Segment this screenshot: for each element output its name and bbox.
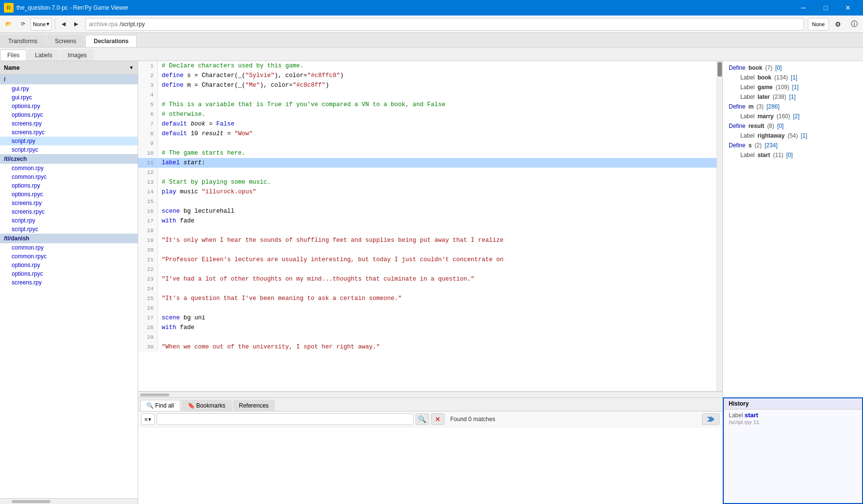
- sidebar-item-czech-common-rpyc[interactable]: common.rpyc: [0, 173, 138, 181]
- bookmark-icon: 🔖: [188, 402, 195, 409]
- history-item[interactable]: Label start /script.rpy 11: [729, 411, 857, 425]
- sidebar-item-czech-options-rpy[interactable]: options.rpy: [0, 181, 138, 190]
- sidebar-item-gui-rpyc[interactable]: gui.rpyc: [0, 93, 138, 102]
- line-number: 3: [138, 80, 158, 90]
- list-item[interactable]: Define result (8) [0]: [723, 121, 863, 131]
- search-clear-button[interactable]: ✕: [431, 413, 445, 425]
- sidebar-item-gui-rpy[interactable]: gui.rpy: [0, 84, 138, 93]
- search-next-button[interactable]: [702, 413, 719, 425]
- table-row: 22: [138, 265, 717, 274]
- sidebar-group-root[interactable]: /: [0, 75, 138, 84]
- sidebar-item-danish-common-rpy[interactable]: common.rpy: [0, 243, 138, 252]
- line-number: 1: [138, 61, 158, 71]
- line-number: 26: [138, 303, 158, 313]
- code-cell: # Declare characters used by this game.: [158, 61, 717, 71]
- sidebar-hscroll[interactable]: [0, 498, 138, 504]
- settings-button[interactable]: ⚙: [831, 18, 845, 31]
- decl-count: (7): [765, 64, 772, 71]
- nav-back-button[interactable]: ◀: [58, 18, 69, 31]
- sidebar-item-czech-options-rpyc[interactable]: options.rpyc: [0, 190, 138, 199]
- code-cell: scene bg uni: [158, 313, 717, 323]
- separator: [55, 19, 55, 30]
- window-title: the_question-7.0-pc - Ren'Py Game Viewer: [16, 4, 792, 11]
- clear-icon: ✕: [435, 415, 441, 423]
- list-item[interactable]: Define s (2) [234]: [723, 141, 863, 150]
- sidebar-group-czech[interactable]: /tl/czech: [0, 154, 138, 164]
- code-scroll[interactable]: 1 # Declare characters used by this game…: [138, 61, 717, 391]
- refresh-button[interactable]: ⟳: [17, 18, 29, 31]
- search-status: Found 0 matches: [447, 416, 700, 423]
- search-execute-button[interactable]: 🔍: [416, 413, 429, 425]
- decl-name: book: [749, 64, 763, 71]
- list-item[interactable]: Label book (134) [1]: [723, 73, 863, 82]
- sidebar-item-options-rpyc[interactable]: options.rpyc: [0, 110, 138, 119]
- tab-transforms[interactable]: Transforms: [0, 35, 46, 47]
- svg-marker-0: [707, 417, 715, 422]
- tab-declarations[interactable]: Declarations: [85, 35, 137, 47]
- code-cell: with fade: [158, 216, 717, 226]
- line-number: 19: [138, 236, 158, 245]
- sidebar-item-screens-rpyc[interactable]: screens.rpyc: [0, 128, 138, 137]
- tab-images[interactable]: Images: [61, 49, 94, 61]
- combo-selector[interactable]: None ▾: [31, 18, 52, 31]
- line-number: 11: [138, 158, 158, 168]
- table-row: 1 # Declare characters used by this game…: [138, 61, 717, 71]
- sidebar-item-danish-screens-rpy[interactable]: screens.rpy: [0, 278, 138, 287]
- open-button[interactable]: 📂: [2, 18, 16, 31]
- close-button[interactable]: ✕: [837, 0, 859, 16]
- sidebar-item-czech-script-rpy[interactable]: script.rpy: [0, 216, 138, 225]
- history-item-name: start: [745, 411, 758, 419]
- list-item[interactable]: Label later (238) [1]: [723, 92, 863, 102]
- search-tab-references[interactable]: References: [233, 400, 275, 411]
- list-item[interactable]: Label game (109) [1]: [723, 82, 863, 92]
- sidebar-group-danish[interactable]: /tl/danish: [0, 234, 138, 243]
- table-row: 11 label start:: [138, 158, 717, 168]
- sidebar-item-czech-common-rpy[interactable]: common.rpy: [0, 164, 138, 173]
- sidebar-item-czech-screens-rpy[interactable]: screens.rpy: [0, 199, 138, 207]
- path-archive: archive.rpa: [89, 21, 117, 28]
- decl-count: (8): [767, 123, 774, 129]
- bottom-panel: 🔍Find all 🔖Bookmarks References ≡ ▾ 🔍 ✕: [138, 397, 722, 504]
- line-number: 23: [138, 274, 158, 284]
- none-button[interactable]: None: [808, 18, 829, 31]
- maximize-button[interactable]: □: [815, 0, 837, 16]
- code-hscroll-thumb: [140, 394, 169, 396]
- code-hscroll[interactable]: [138, 392, 722, 397]
- sidebar-item-options-rpy[interactable]: options.rpy: [0, 102, 138, 110]
- line-number: 15: [138, 197, 158, 206]
- sidebar-item-screens-rpy[interactable]: screens.rpy: [0, 119, 138, 128]
- sidebar-item-danish-options-rpy[interactable]: options.rpy: [0, 261, 138, 269]
- search-options-button[interactable]: ≡ ▾: [141, 413, 155, 425]
- list-item[interactable]: Define m (3) [286]: [723, 102, 863, 111]
- tab-labels[interactable]: Labels: [28, 49, 59, 61]
- code-vscroll[interactable]: [717, 61, 722, 391]
- sidebar-item-script-rpyc[interactable]: script.rpyc: [0, 145, 138, 154]
- sidebar-collapse-icon[interactable]: ▼: [129, 65, 134, 70]
- sidebar-item-czech-script-rpyc[interactable]: script.rpyc: [0, 225, 138, 234]
- tab-screens[interactable]: Screens: [47, 35, 84, 47]
- tab-files[interactable]: Files: [0, 49, 27, 61]
- search-tab-findall[interactable]: 🔍Find all: [140, 400, 180, 411]
- table-row: 30 "When we come out of the university, …: [138, 342, 717, 352]
- list-item[interactable]: Label marry (160) [2]: [723, 111, 863, 121]
- list-item[interactable]: Define book (7) [0]: [723, 63, 863, 73]
- table-row: 6 # otherwise.: [138, 110, 717, 119]
- nav-forward-button[interactable]: ▶: [71, 18, 81, 31]
- line-number: 22: [138, 265, 158, 274]
- sidebar-item-danish-options-rpyc[interactable]: options.rpyc: [0, 269, 138, 278]
- sidebar-item-czech-screens-rpyc[interactable]: screens.rpyc: [0, 207, 138, 216]
- list-item[interactable]: Label rightaway (54) [1]: [723, 131, 863, 141]
- sidebar-item-script-rpy[interactable]: script.rpy: [0, 137, 138, 145]
- list-item[interactable]: Label start (11) [0]: [723, 150, 863, 160]
- table-row: 12: [138, 168, 717, 177]
- code-cell: [158, 90, 717, 100]
- search-tab-bookmarks[interactable]: 🔖Bookmarks: [181, 400, 232, 411]
- info-button[interactable]: ⓘ: [847, 18, 861, 31]
- minimize-button[interactable]: ─: [792, 0, 815, 16]
- code-cell: define m = Character(_("Me"), color="#c8…: [158, 80, 717, 90]
- search-input[interactable]: [157, 413, 413, 425]
- sidebar-item-danish-common-rpyc[interactable]: common.rpyc: [0, 252, 138, 261]
- code-cell: # Start by playing some music.: [158, 177, 717, 187]
- code-cell: play music "illurock.opus": [158, 187, 717, 197]
- decl-type: Label: [740, 84, 754, 91]
